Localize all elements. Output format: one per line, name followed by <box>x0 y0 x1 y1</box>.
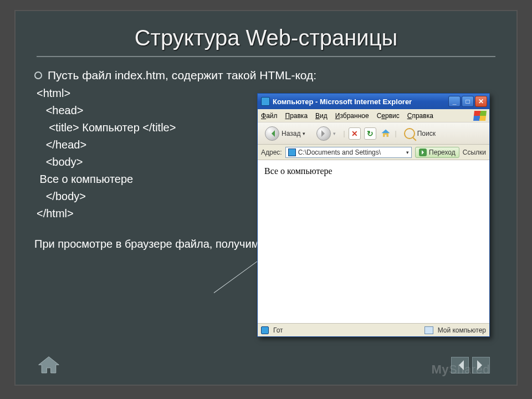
go-arrow-icon <box>419 149 427 156</box>
computer-icon <box>424 326 433 334</box>
menu-service[interactable]: Сервис <box>377 112 400 120</box>
ie-icon <box>261 97 270 106</box>
back-label: Назад <box>282 130 300 137</box>
chevron-down-icon: ▾ <box>303 131 305 136</box>
status-left: Гот <box>273 326 283 334</box>
chevron-down-icon: ▾ <box>333 131 336 136</box>
stop-icon[interactable]: ✕ <box>349 127 361 140</box>
status-right: Мой компьютер <box>438 326 486 334</box>
nav-home-button[interactable] <box>37 355 61 376</box>
windows-logo-icon <box>473 111 487 121</box>
ie-page-icon <box>288 149 296 156</box>
bullet-item: Пусть файл index.htm, содержит такой HTM… <box>34 68 498 83</box>
minimize-button[interactable]: _ <box>448 96 461 107</box>
go-label: Переход <box>429 149 456 156</box>
slide: Структура Web-страницы Пусть файл index.… <box>14 10 518 386</box>
title-underline <box>37 56 495 57</box>
menu-favorites[interactable]: Избранное <box>335 112 369 120</box>
bullet-text: Пусть файл index.htm, содержит такой HTM… <box>48 68 316 83</box>
page-content: Все о компьютере <box>258 160 489 323</box>
search-button[interactable]: Поиск <box>400 126 439 141</box>
address-label: Адрес: <box>261 149 282 156</box>
ie-status-icon <box>261 326 269 334</box>
window-buttons: _ □ ✕ <box>448 96 487 107</box>
search-label: Поиск <box>417 130 436 137</box>
menu-help[interactable]: Справка <box>407 112 433 120</box>
maximize-button[interactable]: □ <box>462 96 474 107</box>
links-label[interactable]: Ссылки <box>463 149 486 156</box>
toolbar: Назад ▾ ▾ | ✕ ↻ | Поиск <box>258 122 489 145</box>
go-button[interactable]: Переход <box>415 147 459 158</box>
watermark: MyMySharedShared <box>431 362 490 377</box>
forward-button[interactable]: ▾ <box>313 124 340 143</box>
address-bar: Адрес: C:\Documents and Settings\ ▾ Пере… <box>258 145 489 160</box>
address-text: C:\Documents and Settings\ <box>298 149 381 156</box>
search-icon <box>404 128 415 139</box>
menu-edit[interactable]: Правка <box>285 112 308 120</box>
back-button[interactable]: Назад ▾ <box>261 124 309 143</box>
menu-file[interactable]: ФФайлайл <box>261 112 278 120</box>
menu-bar: ФФайлайл Правка Вид Избранное Сервис Спр… <box>258 109 489 122</box>
home-icon[interactable] <box>380 127 392 140</box>
page-text: Все о компьютере <box>264 166 332 176</box>
back-arrow-icon <box>265 126 279 141</box>
address-input[interactable]: C:\Documents and Settings\ ▾ <box>285 147 412 158</box>
close-button[interactable]: ✕ <box>475 96 487 107</box>
slide-title: Структура Web-страницы <box>14 10 518 56</box>
browser-title: Компьютер - Microsoft Internet Explorer <box>273 98 412 106</box>
browser-window: Компьютер - Microsoft Internet Explorer … <box>257 93 490 337</box>
browser-titlebar: Компьютер - Microsoft Internet Explorer … <box>258 94 489 109</box>
menu-view[interactable]: Вид <box>315 112 328 120</box>
refresh-icon[interactable]: ↻ <box>364 127 376 140</box>
forward-arrow-icon <box>316 126 331 141</box>
status-bar: Гот Мой компьютер <box>258 323 489 336</box>
bullet-icon <box>34 71 42 79</box>
chevron-down-icon[interactable]: ▾ <box>406 150 409 155</box>
